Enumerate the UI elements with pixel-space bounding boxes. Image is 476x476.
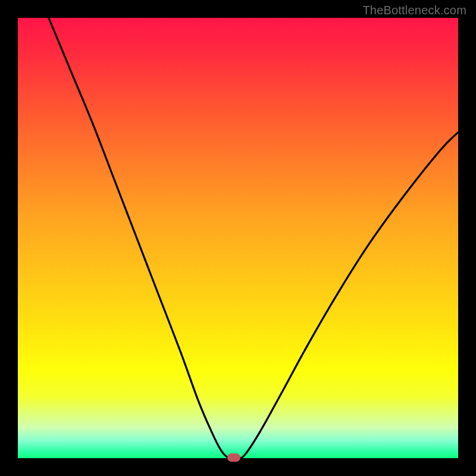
plot-area [18,18,458,458]
curve-svg [18,18,458,458]
watermark-text: TheBottleneck.com [362,4,466,17]
chart-container: TheBottleneck.com [0,0,476,476]
trough-marker [227,453,240,462]
bottleneck-curve [49,18,458,458]
